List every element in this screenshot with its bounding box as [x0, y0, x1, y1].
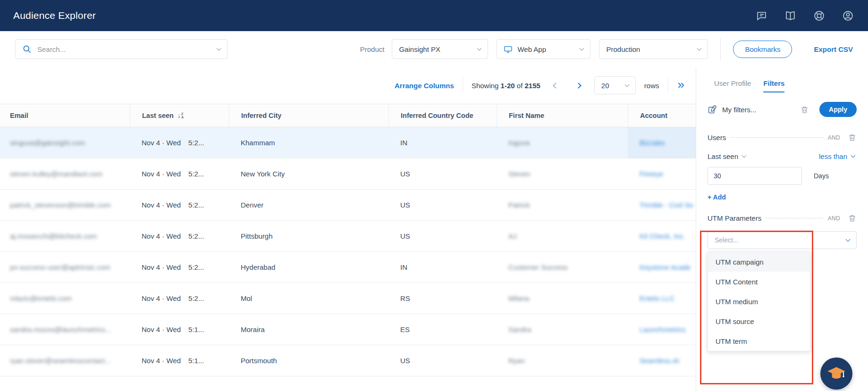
utm-option[interactable]: UTM medium [708, 291, 810, 311]
page-title: Audience Explorer [13, 10, 96, 21]
select-placeholder: Select... [715, 236, 846, 244]
account-link[interactable]: Keystone Acade [640, 263, 691, 271]
table-row[interactable]: singuva@gainsight.com Nov 4 · Wed 5:2...… [0, 127, 696, 158]
unit-label: Days [814, 172, 829, 180]
prev-page-button[interactable] [549, 78, 563, 92]
inferred-city-value: Mol [229, 283, 388, 314]
email-value: sandra.mozos@launchmetrics... [10, 325, 111, 333]
filter-value-input[interactable] [708, 167, 802, 185]
last-seen-date: Nov 4 · Wed [142, 201, 181, 209]
table-row[interactable]: mlazic@entelo.com Nov 4 · Wed 5:2... Mol… [0, 283, 696, 314]
sidebar-tabs: User Profile Filters [714, 79, 857, 92]
first-name-value: Customer Success [508, 263, 568, 271]
table-row[interactable]: patrick_stevenson@trimble.com Nov 4 · We… [0, 190, 696, 221]
field-select[interactable]: Last seen [708, 152, 746, 160]
inferred-country-code-value: US [388, 158, 497, 189]
bookmarks-button[interactable]: Bookmarks [733, 41, 792, 58]
group-divider [766, 218, 823, 218]
search-box[interactable] [15, 39, 228, 59]
last-seen-date: Nov 4 · Wed [142, 232, 181, 240]
account-link[interactable]: Seamless.AI [640, 357, 679, 365]
utm-option[interactable]: UTM Content [708, 272, 810, 291]
account-link[interactable]: Kit Check, Inc. [640, 232, 685, 240]
email-value: steven.kulley@mandiant.com [10, 170, 102, 178]
tab-filters[interactable]: Filters [763, 79, 784, 92]
app-header: Audience Explorer [0, 0, 868, 31]
product-select[interactable]: Gainsight PX [392, 39, 488, 59]
delete-filters-icon[interactable] [800, 105, 809, 114]
last-seen-time: 5:2... [188, 170, 204, 178]
community-icon[interactable] [813, 10, 825, 22]
arrange-columns-link[interactable]: Arrange Columns [395, 82, 454, 90]
sort-desc-icon[interactable]: ↓ZA [177, 112, 184, 119]
search-input[interactable] [37, 45, 211, 53]
edit-filters-icon[interactable] [708, 105, 717, 115]
last-seen-time: 5:1... [188, 325, 204, 333]
last-seen-date: Nov 4 · Wed [142, 325, 181, 333]
account-link[interactable]: Bizzabo [640, 139, 665, 147]
inferred-country-code-value: US [388, 221, 497, 251]
inferred-city-value: Pittsburgh [229, 221, 388, 251]
apply-button[interactable]: Apply [819, 102, 857, 117]
utm-option[interactable]: UTM campaign [708, 252, 810, 272]
collapse-panel-icon[interactable]: » [677, 78, 687, 92]
docs-icon[interactable] [784, 10, 796, 22]
and-operator-label[interactable]: AND [828, 134, 840, 141]
chat-icon[interactable] [756, 10, 767, 22]
last-seen-date: Nov 4 · Wed [142, 294, 181, 302]
account-link[interactable]: Fireeye [640, 170, 663, 178]
column-header-account[interactable]: Account [628, 104, 696, 127]
email-value: aj.rivosecchi@kitcheck.com [10, 232, 97, 240]
chevron-down-icon [851, 153, 856, 158]
email-value: mlazic@entelo.com [10, 294, 72, 302]
group-name-users: Users [708, 133, 726, 141]
column-header-first-name[interactable]: First Name [497, 104, 628, 127]
users-filter-row: Last seen less than [708, 152, 857, 160]
table-row[interactable]: steven.kulley@mandiant.com Nov 4 · Wed 5… [0, 158, 696, 190]
condition-select[interactable]: less than [819, 152, 855, 160]
table-row[interactable]: aj.rivosecchi@kitcheck.com Nov 4 · Wed 5… [0, 221, 696, 252]
academy-fab-button[interactable] [820, 358, 852, 390]
utm-options-dropdown: UTM campaign UTM Content UTM medium UTM … [708, 251, 810, 351]
last-seen-time: 5:2... [188, 201, 204, 209]
profile-icon[interactable] [842, 10, 854, 22]
group-name-utm: UTM Parameters [708, 214, 761, 222]
table-row[interactable]: ryan.stover@seamlesscontact... Nov 4 · W… [0, 345, 696, 376]
toolbar: Product Gainsight PX Web App Production … [0, 31, 868, 67]
utm-option[interactable]: UTM term [708, 331, 810, 351]
utm-option[interactable]: UTM source [708, 311, 810, 331]
inferred-country-code-value: IN [388, 252, 497, 283]
tab-user-profile[interactable]: User Profile [714, 79, 751, 92]
last-seen-time: 5:2... [188, 139, 204, 147]
account-link[interactable]: Launchmetrics [640, 325, 686, 333]
graduation-cap-icon [827, 366, 846, 382]
export-csv-link[interactable]: Export CSV [814, 45, 853, 53]
environment-select[interactable]: Production [599, 39, 708, 59]
utm-filter-group-header: UTM Parameters AND [708, 214, 857, 223]
table-row[interactable]: sandra.mozos@launchmetrics... Nov 4 · We… [0, 314, 696, 345]
controls-divider [463, 77, 463, 93]
last-seen-date: Nov 4 · Wed [142, 357, 181, 365]
delete-utm-group-icon[interactable] [848, 214, 857, 223]
utm-field-select[interactable]: Select... [708, 231, 857, 249]
app-select[interactable]: Web App [497, 39, 590, 59]
account-link[interactable]: Trimble - Civil So [640, 201, 693, 209]
inferred-city-value: New York City [229, 158, 388, 189]
and-operator-label[interactable]: AND [828, 215, 840, 222]
table-row[interactable]: px-success-user@aptrinsic.com Nov 4 · We… [0, 252, 696, 283]
chevron-down-icon[interactable] [217, 46, 221, 50]
email-value: patrick_stevenson@trimble.com [10, 201, 111, 209]
column-header-inferred-city[interactable]: Inferred City [229, 104, 388, 127]
my-filters-label[interactable]: My filters... [722, 106, 757, 114]
my-filters-row: My filters... Apply [708, 102, 857, 117]
first-name-value: Inguva [508, 139, 530, 147]
add-filter-link[interactable]: + Add [708, 193, 726, 201]
delete-users-group-icon[interactable] [848, 133, 857, 142]
column-header-inferred-country-code[interactable]: Inferred Country Code [388, 104, 497, 127]
next-page-button[interactable] [572, 78, 586, 92]
page-size-select[interactable]: 20 [594, 76, 636, 94]
account-link[interactable]: Entelo LLC [640, 294, 674, 302]
header-icons [756, 10, 854, 22]
column-header-email[interactable]: Email [0, 104, 130, 127]
column-header-last-seen[interactable]: Last seen ↓ZA [130, 104, 229, 127]
